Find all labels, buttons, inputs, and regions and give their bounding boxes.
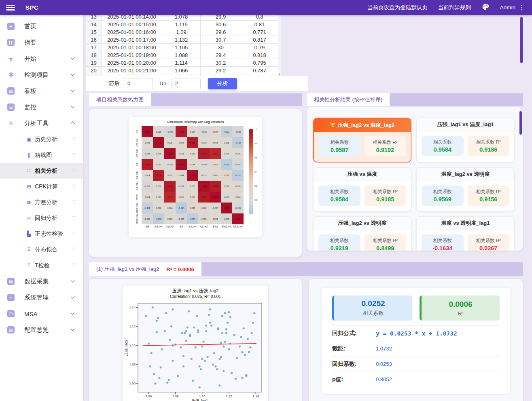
heatmap-cell: 0.958 <box>176 126 187 137</box>
heatmap-cell: 0.958 <box>142 159 153 170</box>
svg-text:Correlation: 0.025, R²: 0.001: Correlation: 0.025, R²: 0.001 <box>170 294 221 299</box>
heatmap-cell: -0.031 <box>198 126 210 137</box>
boxplot-icon: ∥ <box>25 152 32 158</box>
dashboard-icon: ▦ <box>6 87 15 95</box>
sidebar-item-摘要[interactable]: 摘要 <box>0 34 83 51</box>
sidebar-item-label: 系统管理 <box>24 294 49 302</box>
set-default-page-link[interactable]: 当前页设置为登陆默认页 <box>367 4 428 11</box>
favorite-heart-icon[interactable]: ♡ <box>72 184 76 190</box>
sidebar-subitem-正态性检验[interactable]: ▙正态性检验♡ <box>0 226 83 242</box>
sidebar: ✦首页摘要➤开始✱检测项目▦看板⊞监控✳分析工具 ▣历史分析♡∥箱线图♡∷相关分… <box>0 15 83 401</box>
table-row: 132025-01-01 00:14:001.07829.90.8 <box>86 15 278 21</box>
summary-icon <box>6 39 15 46</box>
more-vert-icon[interactable]: ⋮ <box>519 4 525 11</box>
favorite-heart-icon[interactable]: ♡ <box>72 231 76 237</box>
table-cell: 0.81 <box>241 21 278 28</box>
sidebar-subitem-历史分析[interactable]: ▣历史分析♡ <box>0 131 83 147</box>
result-card-title: 温度 vs 透明度_lag1 <box>417 217 514 230</box>
user-menu[interactable]: Admin ⋮ <box>500 4 525 11</box>
sidebar-item-label: 配置总览 <box>24 326 49 334</box>
scatter-svg: 压强_lag1 vs 压强_lag2Correlation: 0.025, R²… <box>123 285 268 401</box>
sidebar-item-检测项目[interactable]: ✱检测项目 <box>0 67 83 83</box>
start-icon: ➤ <box>6 55 15 62</box>
sidebar-subitem-CPK计算[interactable]: ⊟CPK计算♡ <box>0 179 83 194</box>
palette-icon[interactable] <box>481 3 490 13</box>
results-scrollbar-thumb[interactable] <box>519 111 522 135</box>
table-scroll-down-icon[interactable]: ▼ <box>278 73 281 76</box>
page-scrollbar-thumb[interactable] <box>520 17 523 63</box>
chip-label: 相关系数 R² <box>476 238 501 244</box>
sidebar-subitem-分布拟合[interactable]: ⠿分布拟合♡ <box>0 242 83 257</box>
favorite-heart-icon[interactable]: ♡ <box>72 262 76 268</box>
table-scrollbar[interactable]: ▼ <box>278 15 281 76</box>
heatmap-x-label: 透明度_lag1 <box>221 226 232 228</box>
favorite-heart-icon[interactable]: ♡ <box>72 199 76 205</box>
heatmap-cell: 0.959 <box>164 181 176 192</box>
analyze-button[interactable]: 分析 <box>208 78 237 89</box>
heatmap-cell: 0.034 <box>210 126 221 137</box>
heatmap-cell: 1.000 <box>221 203 232 213</box>
result-card[interactable]: 温度_lag2 vs 透明度相关系数0.9569相关系数 R²0.9156 <box>416 167 515 211</box>
heatmap-cell: 0.052 <box>176 137 187 148</box>
regression-stats-panel: 0.0252 相关系数 0.0006 R² 回归公式: y = 0.0253 *… <box>309 279 523 401</box>
result-card[interactable]: 温度 vs 透明度_lag1相关系数-0.1634相关系数 R²0.0267 <box>416 216 515 251</box>
sidebar-item-监控[interactable]: ⊞监控 <box>0 99 83 115</box>
colorbar-tick: 0.6 <box>254 156 257 159</box>
current-rules-link[interactable]: 当前判异规则 <box>438 4 471 11</box>
sidebar-subitem-方差分析[interactable]: ≋方差分析♡ <box>0 194 83 210</box>
favorite-heart-icon[interactable]: ♡ <box>72 247 76 253</box>
sidebar-item-系统管理[interactable]: ≣系统管理 <box>0 289 83 306</box>
sidebar-item-开始[interactable]: ➤开始 <box>0 51 83 67</box>
heatmap-cell: 0.959 <box>198 148 210 159</box>
correlation-icon: ∷ <box>25 168 32 174</box>
tab-heatmap[interactable]: 项目相关系数热力图 <box>89 93 151 106</box>
corr-stat-value: 0.0252 <box>361 299 385 308</box>
sidebar-item-分析工具[interactable]: ✳分析工具 <box>0 115 83 131</box>
heatmap-cell: 0.026 <box>142 137 153 148</box>
favorite-heart-icon[interactable]: ♡ <box>72 136 76 142</box>
heatmap-cell: -0.151 <box>232 170 244 181</box>
pvalue-row: p值: 0.8052 <box>332 371 500 387</box>
hamburger-menu-icon[interactable] <box>6 5 15 11</box>
heatmap-cell: 0.033 <box>187 181 198 192</box>
lag-to-input[interactable] <box>172 78 201 89</box>
heatmap-x-label: 压强_lag1 <box>153 226 164 228</box>
chip-label: 相关系数 R² <box>373 189 398 195</box>
sidebar-item-label: 摘要 <box>24 39 36 46</box>
heatmap-cell: 0.052 <box>176 192 187 203</box>
home-icon: ✦ <box>6 23 15 30</box>
result-card[interactable]: 压强 vs 温度相关系数0.9584相关系数 R²0.9185 <box>313 167 411 211</box>
tab-detail-pair[interactable]: (1) 压强_lag1 vs 压强_lag2 R² = 0.0006 <box>89 262 201 276</box>
result-card[interactable]: 压强_lag2 vs 透明度相关系数0.9219相关系数 R²0.8499 <box>313 216 411 251</box>
sidebar-subitem-label: 历史分析 <box>35 136 57 143</box>
table-cell: 16 <box>86 36 102 44</box>
pvalue-label: p值: <box>332 376 376 383</box>
heatmap-x-label: 温度_lag2 <box>198 226 210 228</box>
heatmap-x-label: 压强 <box>142 226 153 228</box>
heatmap-cell: 0.024 <box>210 213 221 224</box>
sidebar-subitem-相关分析[interactable]: ∷相关分析♡ <box>0 163 83 179</box>
heatmap-x-label: 温度_lag1 <box>187 226 198 228</box>
lag-from-input[interactable] <box>124 78 153 89</box>
favorite-heart-icon[interactable]: ♡ <box>72 215 76 221</box>
monitor-icon: ⊞ <box>6 103 15 111</box>
sidebar-item-MSA[interactable]: ⊡MSA <box>0 306 83 322</box>
favorite-heart-icon[interactable]: ♡ <box>72 168 76 174</box>
result-card[interactable]: 压强_lag1 vs 温度_lag1相关系数0.9584相关系数 R²0.918… <box>416 118 515 163</box>
sidebar-item-首页[interactable]: ✦首页 <box>0 18 83 34</box>
result-card[interactable]: 压强_lag2 vs 温度_lag2相关系数0.9587相关系数 R²0.919… <box>313 118 411 163</box>
chevron-down-icon <box>71 327 75 331</box>
heatmap-cell: -0.035 <box>221 213 232 224</box>
sidebar-subitem-箱线图[interactable]: ∥箱线图♡ <box>0 147 83 163</box>
sidebar-subitem-回归分析[interactable]: ∞回归分析♡ <box>0 210 83 226</box>
sidebar-subitem-T检验[interactable]: TT检验♡ <box>0 257 83 273</box>
tab-results[interactable]: 相关性分析结果 (按R²值排序) <box>307 93 390 106</box>
sidebar-item-看板[interactable]: ▦看板 <box>0 83 83 99</box>
favorite-heart-icon[interactable]: ♡ <box>72 152 76 158</box>
heatmap-cell: 0.056 <box>198 213 210 224</box>
sidebar-item-配置总览[interactable]: ▥配置总览 <box>0 322 83 338</box>
heatmap-cell: -0.138 <box>232 137 244 148</box>
correlation-results-panel: 压强_lag2 vs 温度_lag2相关系数0.9587相关系数 R²0.919… <box>307 107 523 251</box>
table-cell: 2025-01-01 00:14:00 <box>102 15 162 21</box>
sidebar-item-数据采集[interactable]: ▤数据采集 <box>0 273 83 289</box>
